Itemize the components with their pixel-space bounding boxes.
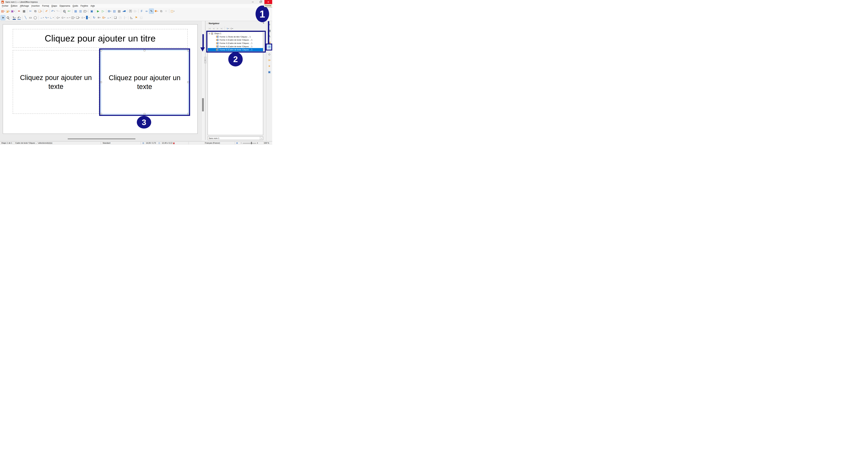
menu-insertion[interactable]: Insertion <box>30 4 41 7</box>
left-text-placeholder[interactable]: Cliquez pour ajouter un texte <box>13 50 99 114</box>
insert-textbox-icon[interactable]: A <box>128 9 133 13</box>
insert-image-icon[interactable]: ▧ <box>112 9 117 13</box>
display-grid-icon[interactable]: ▦ <box>73 9 78 13</box>
arrange-icon[interactable]: ⧉ <box>101 15 106 20</box>
language-status[interactable]: Français (France) <box>205 142 220 144</box>
navigator-close-icon[interactable]: ✕ <box>262 22 265 24</box>
menu-fichier[interactable]: Fichier <box>1 4 10 7</box>
selection-handle[interactable] <box>187 50 189 51</box>
selection-handle[interactable] <box>100 81 102 83</box>
hyperlink-icon[interactable]: ∞ <box>144 9 149 13</box>
shadow-icon[interactable]: ❏ <box>113 15 118 20</box>
basic-shapes-icon[interactable]: ◇ <box>56 15 60 20</box>
shapes-icon[interactable]: ◇ <box>230 26 234 31</box>
slide-layout-icon[interactable]: ◫ <box>170 9 175 13</box>
zoom-in-button[interactable]: + <box>257 142 258 144</box>
selection-handle[interactable] <box>144 113 145 115</box>
ellipse-icon[interactable]: ◯ <box>33 15 37 20</box>
redo-icon[interactable]: ↷ <box>56 9 60 13</box>
restore-button[interactable] <box>256 0 265 4</box>
stars-icon[interactable]: ☆ <box>81 15 85 20</box>
menu-fenetre[interactable]: Fenêtre <box>79 4 89 7</box>
curve-icon[interactable]: ∿ <box>44 15 49 20</box>
selected-text-frame[interactable]: Cliquez pour ajouter un texte <box>100 50 189 115</box>
extrusion-icon[interactable]: ◱ <box>139 15 144 20</box>
document-selector[interactable]: Sans nom 1 ⌄ <box>208 136 263 140</box>
helplines-icon[interactable]: ▥ <box>78 9 83 13</box>
save-icon[interactable]: ▣ <box>10 9 15 13</box>
previous-slide-icon[interactable]: ◀ <box>212 26 215 31</box>
zoom-out-button[interactable]: − <box>241 142 242 144</box>
zoom-slider[interactable] <box>243 143 256 143</box>
selection-handle[interactable] <box>187 81 189 83</box>
symbol-shapes-icon[interactable]: ☺ <box>61 15 65 20</box>
select-icon[interactable]: ➤ <box>1 15 5 20</box>
first-slide-icon[interactable]: |◀ <box>208 26 211 31</box>
panel-splitter-handle[interactable]: ▸ <box>204 57 206 63</box>
selection-handle[interactable] <box>100 113 102 115</box>
special-character-icon[interactable]: Ω <box>133 9 137 13</box>
edit-points-icon[interactable]: ◺ <box>129 15 134 20</box>
selection-handle[interactable] <box>100 50 102 51</box>
zoom-icon[interactable] <box>5 15 10 20</box>
menu-diaporama[interactable]: Diaporama <box>58 4 71 7</box>
master-slides-icon[interactable]: ▣ <box>267 70 272 74</box>
transitions-icon[interactable]: ◇ <box>267 52 272 56</box>
cut-icon[interactable]: ✂ <box>28 9 33 13</box>
crop-icon[interactable]: ◳ <box>118 15 122 20</box>
undo-icon[interactable]: ↶ <box>51 9 55 13</box>
next-slide-icon[interactable]: ▶ <box>216 26 220 31</box>
last-slide-icon[interactable]: ▶| <box>220 26 224 31</box>
callouts-icon[interactable]: ❏ <box>76 15 80 20</box>
zoom-level-value[interactable]: 108 % <box>264 142 269 144</box>
slide-canvas[interactable]: Cliquez pour ajouter un titre Cliquez po… <box>3 24 197 134</box>
menu-affichage[interactable]: Affichage <box>19 4 30 7</box>
find-replace-icon[interactable]: a <box>62 9 66 13</box>
menu-format[interactable]: Format <box>41 4 50 7</box>
3d-objects-icon[interactable]: ▊ <box>85 15 90 20</box>
panel-splitter[interactable] <box>205 21 206 140</box>
distribute-icon[interactable]: ↔ <box>106 15 111 20</box>
horizontal-scroll-thumb[interactable] <box>68 138 135 139</box>
display-views-icon[interactable]: ◰ <box>83 9 88 13</box>
vertical-scroll-thumb[interactable] <box>202 98 204 111</box>
delete-slide-icon[interactable]: ✕ <box>164 9 168 13</box>
unsaved-changes-icon[interactable]: ▣ <box>173 142 175 144</box>
horizontal-scrollbar[interactable] <box>3 138 201 140</box>
fit-slide-icon[interactable]: ✚ <box>236 142 238 144</box>
spellcheck-icon[interactable]: abc✓ <box>67 9 71 13</box>
insert-line-icon[interactable]: ╲ <box>23 15 28 20</box>
drag-handle-icon[interactable]: ⁞ <box>207 22 207 25</box>
block-arrows-icon[interactable]: ⇔ <box>66 15 70 20</box>
start-first-slide-icon[interactable]: ▶ <box>96 9 100 13</box>
connector-icon[interactable]: ∟ <box>49 15 54 20</box>
align-icon[interactable]: ≡ <box>97 15 101 20</box>
title-placeholder[interactable]: Cliquez pour ajouter un titre <box>13 29 188 48</box>
line-color-icon[interactable]: ✎ <box>12 15 17 20</box>
glue-points-icon[interactable]: ⚑ <box>134 15 138 20</box>
insert-media-icon[interactable]: ▤ <box>117 9 121 13</box>
lines-arrows-icon[interactable]: → <box>39 15 44 20</box>
master-slide-icon[interactable]: ▣ <box>89 9 94 13</box>
fill-color-icon[interactable]: ✐ <box>17 15 21 20</box>
start-current-slide-icon[interactable]: ▷ <box>101 9 105 13</box>
image-filter-icon[interactable]: ∥ <box>123 15 127 20</box>
minimize-button[interactable] <box>249 0 256 4</box>
drag-mode-icon[interactable]: ↴ <box>226 26 229 31</box>
animation-icon[interactable]: ≫ <box>267 58 272 62</box>
menu-edition[interactable]: Édition <box>10 4 19 7</box>
draw-functions-icon[interactable]: ✎ <box>149 9 154 13</box>
clone-formatting-icon[interactable]: ✐ <box>44 9 49 13</box>
flowchart-icon[interactable]: ◫ <box>71 15 75 20</box>
insert-chart-icon[interactable]: ▂▅▇ <box>122 9 126 13</box>
rotate-icon[interactable]: ↻ <box>92 15 96 20</box>
effects-icon[interactable]: ★ <box>267 64 272 68</box>
print-icon[interactable]: ▦ <box>22 9 26 13</box>
menu-diapo[interactable]: Diapo <box>50 4 58 7</box>
zoom-slider-thumb[interactable] <box>251 142 252 144</box>
selection-handle[interactable] <box>187 113 189 115</box>
menu-outils[interactable]: Outils <box>71 4 79 7</box>
insert-table-icon[interactable]: ⊞ <box>107 9 112 13</box>
chevron-down-icon[interactable]: ⌄ <box>260 137 263 140</box>
duplicate-slide-icon[interactable]: ⧉ <box>159 9 163 13</box>
